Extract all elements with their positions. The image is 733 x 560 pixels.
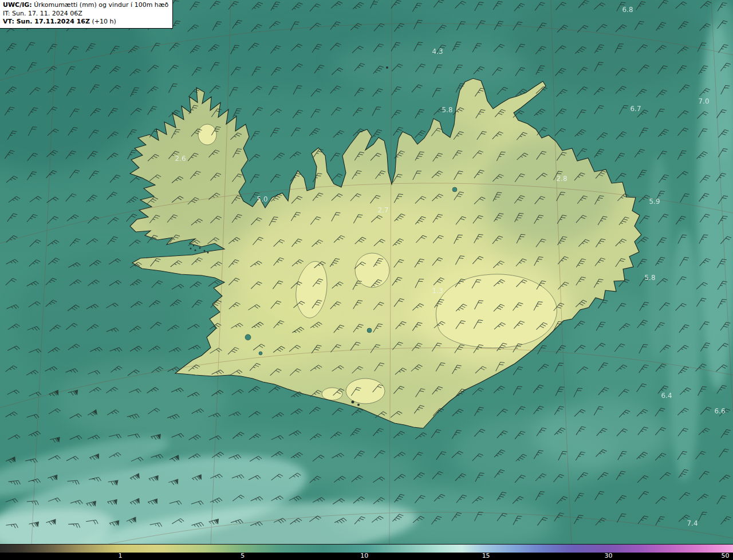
colorbar-tick-label: 50 (722, 553, 730, 559)
colorbar-tick-label: 5 (241, 553, 245, 559)
map-value-label: 4.3 (432, 48, 443, 56)
lake (259, 352, 262, 355)
product-title: UWC/IG: Úrkomumætti (mm) og vindur í 100… (3, 1, 168, 10)
valid-time-main: VT: Sun. 17.11.2024 16Z (3, 18, 90, 25)
island (199, 247, 201, 249)
colorbar-gradient (0, 544, 733, 553)
valid-time: VT: Sun. 17.11.2024 16Z (+10 h) (3, 18, 168, 26)
map-value-label: 7.0 (698, 97, 709, 105)
map-value-label: 7.4 (687, 519, 697, 527)
lake (245, 334, 251, 340)
island (207, 252, 209, 254)
island (190, 248, 192, 250)
map-value-label: 6.8 (622, 6, 633, 14)
init-time: IT: Sun. 17. 11. 2024 06Z (3, 10, 168, 18)
glacier-hofsjokull (355, 253, 389, 287)
glacier-myrdalsjokull (346, 378, 385, 404)
island (386, 66, 388, 69)
ocean-shade-patch (668, 229, 700, 481)
product-title-text: Úrkomumætti (mm) og vindur í 100m hæð (34, 1, 168, 9)
weather-map: 6.84.37.06.75.82.62.85.05.92.75.81.36.46… (0, 0, 733, 544)
lake (452, 187, 457, 192)
map-value-label: 6.6 (714, 407, 725, 415)
map-value-label: 2.7 (377, 206, 388, 214)
lake (367, 328, 372, 333)
map-value-label: 6.4 (661, 392, 672, 400)
island (195, 250, 196, 251)
island (357, 404, 360, 406)
ocean-shade-patch (567, 292, 670, 418)
map-value-label: 2.8 (556, 175, 567, 183)
map-value-label: 5.8 (442, 106, 452, 114)
map-value-label: 2.6 (175, 155, 186, 163)
colorbar-tick-label: 30 (604, 553, 612, 559)
info-box: UWC/IG: Úrkomumætti (mm) og vindur í 100… (0, 0, 173, 29)
map-value-label: 5.9 (649, 198, 660, 206)
valid-time-offset: (+10 h) (90, 18, 116, 25)
island (193, 245, 194, 246)
weather-chart-page: 6.84.37.06.75.82.62.85.05.92.75.81.36.46… (0, 0, 733, 560)
map-value-label: 5.0 (257, 195, 267, 203)
colorbar-ticks: 1510153050 (0, 553, 733, 560)
map-value-label: 1.3 (432, 287, 443, 295)
model-name: UWC/IG: (3, 1, 32, 9)
island (204, 250, 206, 252)
colorbar-tick-label: 15 (482, 553, 490, 559)
colorbar-tick-label: 10 (360, 553, 368, 559)
island (352, 401, 354, 404)
map-value-label: 5.8 (644, 274, 655, 282)
colorbar-tick-label: 1 (118, 553, 122, 559)
glacier-drangajokull (198, 124, 216, 145)
colorbar: 1510153050 (0, 544, 733, 560)
map-value-label: 6.7 (630, 105, 641, 113)
